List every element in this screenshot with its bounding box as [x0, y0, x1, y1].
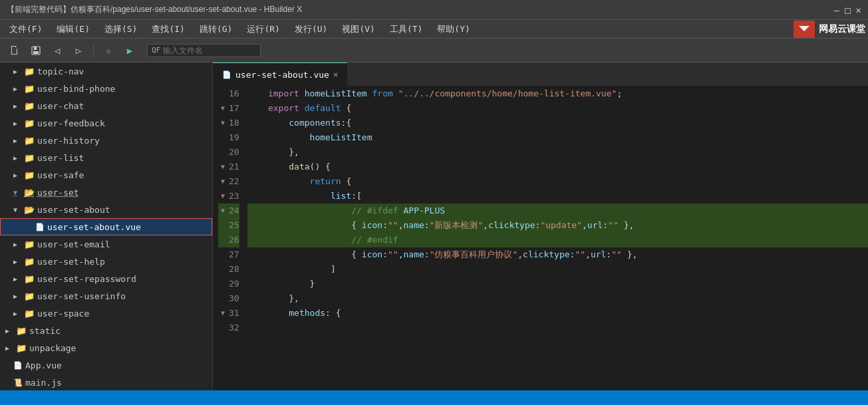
folder-icon: 📁 — [24, 257, 35, 267]
sidebar-item-user-set-userinfo[interactable]: ▶ 📁 user-set-userinfo — [0, 287, 212, 305]
new-file-button[interactable] — [5, 41, 24, 60]
tab-user-set-about-vue[interactable]: 📄 user-set-about.vue ✕ — [213, 63, 348, 86]
svg-rect-5 — [11, 54, 17, 55]
bookmark-button[interactable]: ☆ — [99, 41, 118, 60]
sidebar-label: main.js — [25, 378, 62, 388]
arrow-icon: ▶ — [5, 327, 13, 335]
sidebar-label: user-feedback — [37, 118, 105, 128]
code-line-22: return { — [247, 174, 868, 189]
sidebar-label: user-chat — [37, 101, 84, 111]
code-line-17: export default { — [247, 101, 868, 116]
sidebar-label: user-space — [37, 309, 89, 319]
run-button[interactable]: ▶ — [120, 41, 139, 60]
sidebar-item-user-set-about[interactable]: ▼ 📂 user-set-about — [0, 201, 212, 218]
line-num-32: 32 — [218, 321, 239, 335]
sidebar-item-user-list[interactable]: ▶ 📁 user-list — [0, 149, 212, 166]
sidebar-item-user-set[interactable]: ▼ 📂 user-set — [0, 184, 212, 201]
back-button[interactable]: ◁ — [48, 41, 67, 60]
logo-text: 网易云课堂 — [819, 23, 865, 35]
sidebar-item-main-js[interactable]: 📜 main.js — [0, 374, 212, 391]
sidebar: ▶ 📁 topic-nav ▶ 📁 user-bind-phone ▶ 📁 us… — [0, 63, 213, 405]
line-num-21: ▼21 — [218, 160, 239, 174]
code-content: 16 ▼17 ▼18 19 20 ▼21 ▼22 ▼23 ▼24 25 26 2… — [213, 86, 868, 405]
svg-rect-10 — [33, 51, 39, 54]
sidebar-label: user-bind-phone — [37, 84, 115, 94]
line-num-31: ▼31 — [218, 306, 239, 321]
code-line-32 — [247, 321, 868, 335]
code-line-28: ] — [247, 262, 868, 277]
sidebar-label: user-set-about.vue — [47, 222, 141, 232]
sidebar-item-user-set-email[interactable]: ▶ 📁 user-set-email — [0, 235, 212, 253]
tab-label: user-set-about.vue — [235, 70, 329, 80]
arrow-icon: ▶ — [13, 172, 21, 179]
line-num-16: 16 — [218, 86, 239, 101]
code-line-21: data() { — [247, 160, 868, 174]
code-line-25: { icon:"",name:"新版本检测",clicktype:"update… — [247, 218, 868, 233]
menu-view[interactable]: 视图(V) — [335, 22, 381, 37]
sidebar-item-user-history[interactable]: ▶ 📁 user-history — [0, 132, 212, 149]
svg-rect-9 — [34, 47, 37, 50]
save-button[interactable] — [27, 41, 45, 60]
arrow-icon: ▼ — [13, 189, 21, 196]
folder-icon: 📁 — [24, 118, 35, 128]
forward-button[interactable]: ▷ — [69, 41, 88, 60]
file-icon: 📄 — [13, 361, 23, 370]
sidebar-item-user-set-repassword[interactable]: ▶ 📁 user-set-repassword — [0, 270, 212, 287]
sidebar-item-unpackage[interactable]: ▶ 📁 unpackage — [0, 339, 212, 356]
menu-publish[interactable]: 发行(U) — [288, 22, 334, 37]
menu-find[interactable]: 查找(I) — [145, 22, 191, 37]
code-lines[interactable]: import homeListItem from "../../componen… — [247, 86, 868, 405]
window-controls[interactable]: — □ ✕ — [834, 5, 861, 15]
line-num-27: 27 — [218, 247, 239, 262]
minimize-button[interactable]: — — [834, 5, 839, 15]
sidebar-item-user-set-help[interactable]: ▶ 📁 user-set-help — [0, 253, 212, 270]
code-line-31: methods: { — [247, 306, 868, 321]
menu-run[interactable]: 运行(R) — [240, 22, 286, 37]
sidebar-item-user-feedback[interactable]: ▶ 📁 user-feedback — [0, 114, 212, 132]
tab-close-button[interactable]: ✕ — [333, 70, 338, 79]
folder-icon: 📂 — [24, 188, 35, 198]
code-line-26: // #endif — [247, 233, 868, 247]
sidebar-item-user-bind-phone[interactable]: ▶ 📁 user-bind-phone — [0, 80, 212, 97]
line-num-25: 25 — [218, 218, 239, 233]
arrow-icon: ▶ — [13, 275, 21, 283]
sidebar-item-user-space[interactable]: ▶ 📁 user-space — [0, 305, 212, 322]
menu-select[interactable]: 选择(S) — [98, 22, 144, 37]
menu-tools[interactable]: 工具(T) — [383, 22, 429, 37]
arrow-icon: ▶ — [13, 258, 21, 265]
line-num-22: ▼22 — [218, 174, 239, 189]
sidebar-item-user-safe[interactable]: ▶ 📁 user-safe — [0, 166, 212, 184]
search-input[interactable] — [163, 46, 256, 55]
menu-goto[interactable]: 跳转(G) — [193, 22, 239, 37]
svg-rect-3 — [11, 46, 12, 55]
line-num-18: ▼18 — [218, 116, 239, 130]
toolbar-separator — [93, 44, 94, 57]
code-line-29: } — [247, 277, 868, 291]
sidebar-item-static[interactable]: ▶ 📁 static — [0, 322, 212, 339]
line-num-17: ▼17 — [218, 101, 239, 116]
title-text: 【前端完整代码】仿糗事百科/pages/user-set-about/user-… — [7, 4, 302, 15]
search-box[interactable]: QF — [147, 44, 261, 57]
arrow-icon: ▶ — [13, 241, 21, 248]
sidebar-item-user-set-about-vue[interactable]: 📄 user-set-about.vue — [0, 218, 212, 235]
line-num-26: 26 — [218, 233, 239, 247]
code-line-27: { icon:"",name:"仿糗事百科用户协议",clicktype:"",… — [247, 247, 868, 262]
title-bar: 【前端完整代码】仿糗事百科/pages/user-set-about/user-… — [0, 0, 868, 20]
sidebar-item-user-chat[interactable]: ▶ 📁 user-chat — [0, 97, 212, 114]
arrow-icon: ▶ — [13, 68, 21, 75]
file-icon: 📜 — [13, 378, 23, 387]
close-button[interactable]: ✕ — [856, 5, 861, 15]
menu-help[interactable]: 帮助(Y) — [430, 22, 476, 37]
sidebar-item-topic-nav[interactable]: ▶ 📁 topic-nav — [0, 63, 212, 80]
arrow-icon: ▶ — [13, 137, 21, 144]
logo-icon — [794, 21, 815, 38]
sidebar-label: topic-nav — [37, 67, 84, 76]
sidebar-label: user-set-userinfo — [37, 291, 126, 301]
menu-file[interactable]: 文件(F) — [3, 22, 49, 37]
menu-edit[interactable]: 编辑(E) — [50, 22, 96, 37]
line-num-30: 30 — [218, 291, 239, 306]
maximize-button[interactable]: □ — [845, 5, 850, 15]
sidebar-item-app-vue[interactable]: 📄 App.vue — [0, 356, 212, 374]
code-line-20: }, — [247, 145, 868, 160]
code-line-30: }, — [247, 291, 868, 306]
